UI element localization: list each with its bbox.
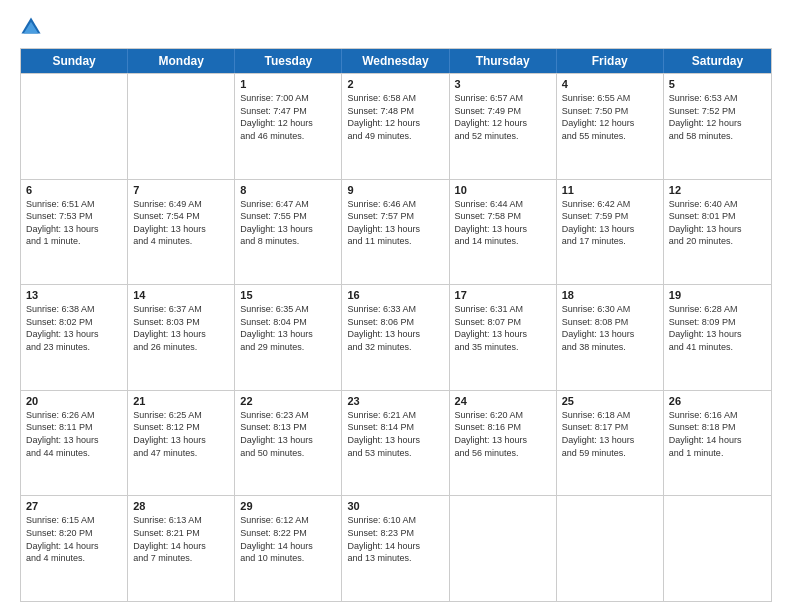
logo xyxy=(20,16,46,38)
day-number: 20 xyxy=(26,395,122,407)
cal-header-day: Thursday xyxy=(450,49,557,73)
day-number: 17 xyxy=(455,289,551,301)
day-number: 1 xyxy=(240,78,336,90)
calendar-header: SundayMondayTuesdayWednesdayThursdayFrid… xyxy=(21,49,771,73)
calendar-cell: 28Sunrise: 6:13 AMSunset: 8:21 PMDayligh… xyxy=(128,496,235,601)
calendar-cell: 15Sunrise: 6:35 AMSunset: 8:04 PMDayligh… xyxy=(235,285,342,390)
day-info: Sunrise: 6:20 AMSunset: 8:16 PMDaylight:… xyxy=(455,409,551,459)
calendar-cell: 24Sunrise: 6:20 AMSunset: 8:16 PMDayligh… xyxy=(450,391,557,496)
day-number: 15 xyxy=(240,289,336,301)
day-info: Sunrise: 6:49 AMSunset: 7:54 PMDaylight:… xyxy=(133,198,229,248)
day-info: Sunrise: 6:53 AMSunset: 7:52 PMDaylight:… xyxy=(669,92,766,142)
day-number: 10 xyxy=(455,184,551,196)
day-info: Sunrise: 6:51 AMSunset: 7:53 PMDaylight:… xyxy=(26,198,122,248)
day-number: 23 xyxy=(347,395,443,407)
day-number: 11 xyxy=(562,184,658,196)
calendar-cell: 7Sunrise: 6:49 AMSunset: 7:54 PMDaylight… xyxy=(128,180,235,285)
day-info: Sunrise: 6:31 AMSunset: 8:07 PMDaylight:… xyxy=(455,303,551,353)
day-number: 19 xyxy=(669,289,766,301)
calendar-row: 27Sunrise: 6:15 AMSunset: 8:20 PMDayligh… xyxy=(21,495,771,601)
day-info: Sunrise: 6:44 AMSunset: 7:58 PMDaylight:… xyxy=(455,198,551,248)
day-number: 4 xyxy=(562,78,658,90)
day-info: Sunrise: 6:46 AMSunset: 7:57 PMDaylight:… xyxy=(347,198,443,248)
day-info: Sunrise: 6:33 AMSunset: 8:06 PMDaylight:… xyxy=(347,303,443,353)
header xyxy=(20,16,772,38)
day-number: 14 xyxy=(133,289,229,301)
day-info: Sunrise: 6:13 AMSunset: 8:21 PMDaylight:… xyxy=(133,514,229,564)
day-number: 25 xyxy=(562,395,658,407)
day-info: Sunrise: 6:55 AMSunset: 7:50 PMDaylight:… xyxy=(562,92,658,142)
calendar-row: 13Sunrise: 6:38 AMSunset: 8:02 PMDayligh… xyxy=(21,284,771,390)
day-number: 16 xyxy=(347,289,443,301)
calendar-body: 1Sunrise: 7:00 AMSunset: 7:47 PMDaylight… xyxy=(21,73,771,601)
calendar-cell xyxy=(21,74,128,179)
calendar-cell: 6Sunrise: 6:51 AMSunset: 7:53 PMDaylight… xyxy=(21,180,128,285)
calendar-cell: 19Sunrise: 6:28 AMSunset: 8:09 PMDayligh… xyxy=(664,285,771,390)
day-info: Sunrise: 6:15 AMSunset: 8:20 PMDaylight:… xyxy=(26,514,122,564)
day-number: 26 xyxy=(669,395,766,407)
calendar-cell: 30Sunrise: 6:10 AMSunset: 8:23 PMDayligh… xyxy=(342,496,449,601)
calendar-cell: 18Sunrise: 6:30 AMSunset: 8:08 PMDayligh… xyxy=(557,285,664,390)
calendar-cell xyxy=(450,496,557,601)
day-info: Sunrise: 6:23 AMSunset: 8:13 PMDaylight:… xyxy=(240,409,336,459)
calendar-row: 1Sunrise: 7:00 AMSunset: 7:47 PMDaylight… xyxy=(21,73,771,179)
day-info: Sunrise: 6:47 AMSunset: 7:55 PMDaylight:… xyxy=(240,198,336,248)
logo-icon xyxy=(20,16,42,38)
calendar-cell: 4Sunrise: 6:55 AMSunset: 7:50 PMDaylight… xyxy=(557,74,664,179)
day-number: 9 xyxy=(347,184,443,196)
day-info: Sunrise: 6:30 AMSunset: 8:08 PMDaylight:… xyxy=(562,303,658,353)
cal-header-day: Monday xyxy=(128,49,235,73)
day-number: 2 xyxy=(347,78,443,90)
calendar-cell: 26Sunrise: 6:16 AMSunset: 8:18 PMDayligh… xyxy=(664,391,771,496)
day-number: 28 xyxy=(133,500,229,512)
calendar-cell: 5Sunrise: 6:53 AMSunset: 7:52 PMDaylight… xyxy=(664,74,771,179)
day-info: Sunrise: 6:18 AMSunset: 8:17 PMDaylight:… xyxy=(562,409,658,459)
day-info: Sunrise: 6:28 AMSunset: 8:09 PMDaylight:… xyxy=(669,303,766,353)
day-info: Sunrise: 6:38 AMSunset: 8:02 PMDaylight:… xyxy=(26,303,122,353)
cal-header-day: Tuesday xyxy=(235,49,342,73)
day-number: 6 xyxy=(26,184,122,196)
day-number: 13 xyxy=(26,289,122,301)
calendar-cell: 9Sunrise: 6:46 AMSunset: 7:57 PMDaylight… xyxy=(342,180,449,285)
calendar-row: 20Sunrise: 6:26 AMSunset: 8:11 PMDayligh… xyxy=(21,390,771,496)
day-number: 5 xyxy=(669,78,766,90)
day-number: 8 xyxy=(240,184,336,196)
cal-header-day: Saturday xyxy=(664,49,771,73)
day-number: 29 xyxy=(240,500,336,512)
calendar-cell: 13Sunrise: 6:38 AMSunset: 8:02 PMDayligh… xyxy=(21,285,128,390)
day-number: 24 xyxy=(455,395,551,407)
day-number: 21 xyxy=(133,395,229,407)
day-info: Sunrise: 6:21 AMSunset: 8:14 PMDaylight:… xyxy=(347,409,443,459)
calendar-cell: 17Sunrise: 6:31 AMSunset: 8:07 PMDayligh… xyxy=(450,285,557,390)
day-info: Sunrise: 6:10 AMSunset: 8:23 PMDaylight:… xyxy=(347,514,443,564)
day-info: Sunrise: 6:16 AMSunset: 8:18 PMDaylight:… xyxy=(669,409,766,459)
calendar-cell: 12Sunrise: 6:40 AMSunset: 8:01 PMDayligh… xyxy=(664,180,771,285)
day-info: Sunrise: 6:26 AMSunset: 8:11 PMDaylight:… xyxy=(26,409,122,459)
day-number: 18 xyxy=(562,289,658,301)
day-number: 7 xyxy=(133,184,229,196)
calendar-cell: 1Sunrise: 7:00 AMSunset: 7:47 PMDaylight… xyxy=(235,74,342,179)
day-info: Sunrise: 6:40 AMSunset: 8:01 PMDaylight:… xyxy=(669,198,766,248)
calendar-cell: 27Sunrise: 6:15 AMSunset: 8:20 PMDayligh… xyxy=(21,496,128,601)
calendar-cell xyxy=(128,74,235,179)
calendar-cell: 10Sunrise: 6:44 AMSunset: 7:58 PMDayligh… xyxy=(450,180,557,285)
day-info: Sunrise: 6:12 AMSunset: 8:22 PMDaylight:… xyxy=(240,514,336,564)
day-info: Sunrise: 7:00 AMSunset: 7:47 PMDaylight:… xyxy=(240,92,336,142)
cal-header-day: Friday xyxy=(557,49,664,73)
day-number: 30 xyxy=(347,500,443,512)
day-info: Sunrise: 6:58 AMSunset: 7:48 PMDaylight:… xyxy=(347,92,443,142)
calendar: SundayMondayTuesdayWednesdayThursdayFrid… xyxy=(20,48,772,602)
calendar-cell: 22Sunrise: 6:23 AMSunset: 8:13 PMDayligh… xyxy=(235,391,342,496)
calendar-cell: 8Sunrise: 6:47 AMSunset: 7:55 PMDaylight… xyxy=(235,180,342,285)
day-number: 27 xyxy=(26,500,122,512)
calendar-cell: 3Sunrise: 6:57 AMSunset: 7:49 PMDaylight… xyxy=(450,74,557,179)
day-number: 12 xyxy=(669,184,766,196)
day-info: Sunrise: 6:57 AMSunset: 7:49 PMDaylight:… xyxy=(455,92,551,142)
page: SundayMondayTuesdayWednesdayThursdayFrid… xyxy=(0,0,792,612)
calendar-cell: 2Sunrise: 6:58 AMSunset: 7:48 PMDaylight… xyxy=(342,74,449,179)
calendar-cell: 11Sunrise: 6:42 AMSunset: 7:59 PMDayligh… xyxy=(557,180,664,285)
calendar-cell: 16Sunrise: 6:33 AMSunset: 8:06 PMDayligh… xyxy=(342,285,449,390)
calendar-cell: 25Sunrise: 6:18 AMSunset: 8:17 PMDayligh… xyxy=(557,391,664,496)
calendar-cell: 14Sunrise: 6:37 AMSunset: 8:03 PMDayligh… xyxy=(128,285,235,390)
calendar-cell: 23Sunrise: 6:21 AMSunset: 8:14 PMDayligh… xyxy=(342,391,449,496)
